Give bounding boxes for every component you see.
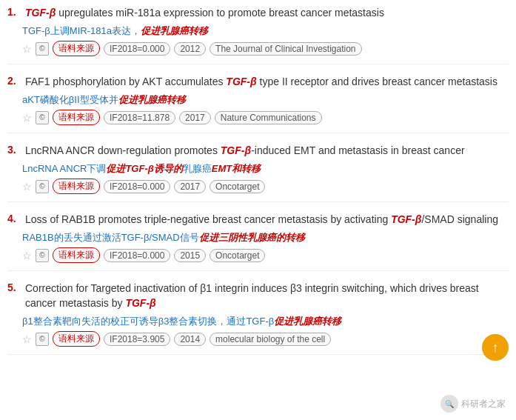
cite-icon[interactable]: ©	[36, 111, 49, 124]
star-icon[interactable]: ☆	[22, 181, 32, 193]
result-title[interactable]: LncRNA ANCR down-regulation promotes TGF…	[25, 144, 465, 159]
cite-icon[interactable]: ©	[36, 180, 49, 193]
chinese-title[interactable]: TGF-β上调MIR-181a表达，促进乳腺癌转移	[22, 24, 509, 39]
meta-row: ☆©语料来源IF2018=11.8782017Nature Communicat…	[22, 110, 509, 125]
scroll-up-button[interactable]: ↑	[482, 334, 509, 361]
title-row: 4.Loss of RAB1B promotes triple-negative…	[7, 213, 509, 227]
result-item: 3.LncRNA ANCR down-regulation promotes T…	[7, 144, 509, 202]
star-icon[interactable]: ☆	[22, 43, 32, 55]
watermark-icon: 🔍	[440, 395, 458, 413]
source-tag[interactable]: 语料来源	[53, 41, 100, 56]
meta-row: ☆©语料来源IF2018=0.0002017Oncotarget	[22, 179, 509, 194]
meta-row: ☆©语料来源IF2018=0.0002015Oncotarget	[22, 247, 509, 263]
result-item: 1.TGF-β upregulates miR-181a expression …	[7, 6, 509, 64]
result-number: 5.	[7, 281, 22, 293]
journal-tag[interactable]: The Journal of Clinical Investigation	[210, 42, 361, 56]
result-title[interactable]: Loss of RAB1B promotes triple-negative b…	[25, 213, 498, 227]
source-tag[interactable]: 语料来源	[53, 331, 100, 347]
star-icon[interactable]: ☆	[22, 333, 32, 345]
watermark: 🔍 科研者之家	[440, 395, 506, 413]
source-tag[interactable]: 语料来源	[53, 110, 100, 125]
meta-row: ☆©语料来源IF2018=0.0002012The Journal of Cli…	[22, 41, 509, 56]
result-title[interactable]: FAF1 phosphorylation by AKT accumulates …	[25, 75, 497, 90]
year-tag: 2017	[174, 180, 206, 193]
result-number: 4.	[7, 213, 22, 224]
if-tag: IF2018=3.905	[104, 333, 170, 346]
chinese-title[interactable]: aKT磷酸化βII型受体并促进乳腺癌转移	[22, 93, 509, 107]
meta-row: ☆©语料来源IF2018=3.9052014molecular biology …	[22, 331, 509, 347]
journal-tag[interactable]: Oncotarget	[210, 180, 265, 193]
result-item: 5.Correction for Targeted inactivation o…	[7, 281, 509, 355]
watermark-text: 科研者之家	[461, 398, 506, 410]
result-title[interactable]: Correction for Targeted inactivation of …	[25, 281, 509, 310]
if-tag: IF2018=0.000	[104, 249, 170, 262]
title-row: 5.Correction for Targeted inactivation o…	[7, 281, 509, 310]
result-title[interactable]: TGF-β upregulates miR-181a expression to…	[25, 6, 384, 21]
results-list: 1.TGF-β upregulates miR-181a expression …	[0, 0, 516, 371]
cite-icon[interactable]: ©	[36, 42, 49, 56]
year-tag: 2017	[179, 111, 211, 124]
if-tag: IF2018=0.000	[104, 42, 170, 56]
title-row: 3.LncRNA ANCR down-regulation promotes T…	[7, 144, 509, 159]
title-row: 2.FAF1 phosphorylation by AKT accumulate…	[7, 75, 509, 90]
source-tag[interactable]: 语料来源	[53, 247, 100, 263]
if-tag: IF2018=11.878	[104, 111, 175, 124]
result-number: 1.	[7, 6, 22, 18]
star-icon[interactable]: ☆	[22, 250, 32, 261]
year-tag: 2012	[174, 42, 206, 56]
source-tag[interactable]: 语料来源	[53, 179, 100, 194]
result-item: 4.Loss of RAB1B promotes triple-negative…	[7, 213, 509, 271]
chinese-title[interactable]: RAB1B的丢失通过激活TGF-β/SMAD信号促进三阴性乳腺癌的转移	[22, 230, 509, 245]
cite-icon[interactable]: ©	[36, 333, 49, 346]
journal-tag[interactable]: Oncotarget	[210, 249, 265, 262]
year-tag: 2014	[174, 333, 206, 346]
journal-tag[interactable]: Nature Communications	[215, 111, 322, 124]
chinese-title[interactable]: β1整合素靶向失活的校正可诱导β3整合素切换，通过TGF-β促进乳腺癌转移	[22, 314, 509, 329]
title-row: 1.TGF-β upregulates miR-181a expression …	[7, 6, 509, 21]
result-item: 2.FAF1 phosphorylation by AKT accumulate…	[7, 75, 509, 133]
if-tag: IF2018=0.000	[104, 180, 170, 193]
chinese-title[interactable]: LncRNA ANCR下调促进TGF-β诱导的乳腺癌EMT和转移	[22, 161, 509, 176]
result-number: 2.	[7, 75, 22, 87]
year-tag: 2015	[174, 249, 206, 262]
star-icon[interactable]: ☆	[22, 112, 32, 124]
journal-tag[interactable]: molecular biology of the cell	[210, 333, 331, 346]
cite-icon[interactable]: ©	[36, 249, 49, 262]
result-number: 3.	[7, 144, 22, 156]
